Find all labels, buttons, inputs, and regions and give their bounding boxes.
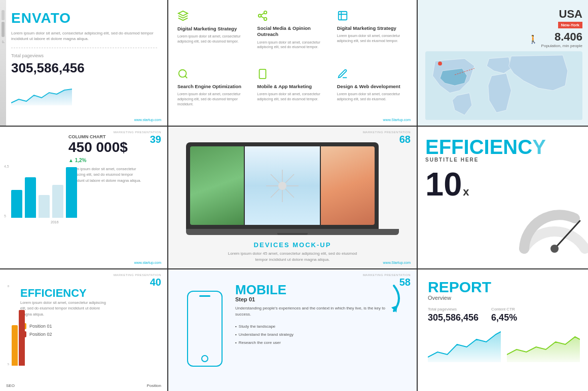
svg-line-17	[271, 174, 279, 183]
vertical-bars-left: 8 5	[0, 285, 27, 366]
svg-point-10	[438, 62, 442, 66]
svg-point-22	[550, 245, 559, 253]
legend-label-2: Position 02	[29, 332, 52, 337]
divider-line	[11, 48, 157, 48]
svg-line-18	[285, 189, 294, 198]
report-title: REPORT	[428, 280, 580, 295]
phone-container	[174, 283, 235, 374]
envato-logo: ENVATO	[11, 10, 157, 26]
efficiency-bars-title: EFFICIENCY	[20, 287, 161, 300]
map-container	[425, 50, 582, 121]
axis-val-bottom: 5	[4, 214, 9, 218]
efficiency-bars-desc: Lorem ipsum dolor sit amet, consectetur …	[20, 300, 112, 317]
efficiency-content: EFFICIENCY Lorem ipsum dolor sit amet, c…	[20, 287, 161, 337]
website-url-2-1: www.startup.com	[134, 261, 161, 264]
mobile-layout: MOBILE Step 01 Understanding people's ex…	[174, 283, 411, 374]
legend-position-1: Position 01	[20, 323, 161, 329]
devices-description: Lorem ipsum dolor 45 amet, consectetur a…	[222, 251, 363, 263]
service-icon-4	[177, 68, 248, 82]
svg-line-6	[185, 76, 187, 78]
bar-2	[25, 177, 36, 218]
bullet-2: •Understand the brand strategy	[235, 331, 387, 339]
svg-line-4	[261, 13, 264, 15]
cell-efficiency: EFFICIENCY SUBTITLE HERE 10 x	[418, 127, 588, 268]
legend-label-1: Position 01	[29, 324, 52, 329]
marketing-num-2-2: 68	[399, 134, 411, 145]
service-text-5: Lorem ipsum dolor sit amet, consectetur …	[257, 92, 327, 102]
legend-position-2: Position 02	[20, 331, 161, 337]
service-title-6: Design & Web development	[337, 84, 408, 90]
gauge-container	[514, 193, 588, 261]
screen-img-blue	[245, 146, 320, 225]
efficiency-superscript: x	[463, 185, 469, 199]
ctr-metric-label: Content CTR	[491, 307, 517, 311]
metric-pageviews: Total pageviews 305,586,456	[428, 307, 479, 323]
service-text-1: Lorem ipsum dolor sit amet, consectetur …	[177, 34, 248, 44]
service-mobile: Mobile & App Marketing Lorem ipsum dolor…	[254, 64, 330, 120]
mobile-bullets: •Study the landscape •Understand the bra…	[235, 323, 387, 347]
world-map-svg	[425, 50, 582, 121]
envato-description: Lorem ipsum dolor sit amet, consectetur …	[11, 30, 157, 42]
bar-pos1	[12, 325, 18, 366]
website-url-1: www.startup.com	[134, 118, 161, 122]
service-title-2: Social Media & Opinion Outreach	[257, 25, 327, 38]
axis-val-top: 4,5	[4, 165, 9, 168]
service-design: Design & Web development Lorem ipsum dol…	[334, 64, 411, 120]
bar-pos2	[19, 310, 25, 366]
phone-outline	[187, 291, 223, 367]
pageviews-metric-value: 305,586,456	[428, 312, 479, 323]
screen-img-green	[190, 146, 244, 225]
report-chart-svg-blue	[428, 329, 501, 362]
bullet-3: •Research the core user	[235, 339, 387, 347]
cell-marketing-services: Digital Marketing Strategy Lorem ipsum d…	[168, 0, 417, 126]
svg-point-5	[179, 70, 187, 77]
svg-line-3	[261, 16, 264, 18]
service-text-6: Lorem ipsum dolor sit amet, consectetur …	[337, 92, 408, 102]
new-york-badge: New-York	[558, 22, 582, 28]
website-url-2-2: www.Startup.com	[383, 261, 411, 264]
report-chart-svg-green	[507, 329, 580, 362]
bullet-1: •Study the landscape	[235, 323, 387, 331]
bar-5	[66, 167, 77, 218]
service-text-3: Lorem ipsum dolor sit amet, consectetur …	[337, 33, 408, 44]
service-title-4: Search Engine Optimization	[177, 84, 248, 90]
marketing-num-2-1: 39	[150, 134, 161, 145]
seo-label: SEO	[6, 383, 15, 388]
svg-point-2	[264, 18, 267, 20]
bar-4	[52, 185, 63, 218]
phone-home-button	[201, 355, 208, 362]
year-label: 2016	[51, 220, 59, 224]
marketing-label-3-2: MARKETING PRESENTATION 58	[363, 273, 411, 288]
cell-usa-map: USA New-York 🚶 8.406 Population, min peo…	[418, 0, 588, 126]
bar-1	[11, 190, 22, 218]
cell-devices: MARKETING PRESENTATION 68	[168, 127, 417, 268]
svg-line-20	[271, 189, 279, 198]
service-title-1: Digital Marketing Strategy	[177, 26, 248, 32]
population-label: Population, min people	[541, 44, 582, 48]
website-url-2: www.Startup.com	[383, 118, 411, 122]
left-indicator: P	[0, 0, 6, 126]
pageviews-number: 305,586,456	[11, 60, 157, 76]
marketing-label-2-1: MARKETING PRESENTATION 39	[114, 131, 161, 145]
ctr-metric-value: 6,45%	[491, 312, 517, 323]
service-icon-3	[337, 10, 408, 23]
cell-report: REPORT Overview Total pageviews 305,586,…	[418, 269, 588, 391]
service-icon-6	[337, 68, 408, 82]
main-grid: P ENVATO Lorem ipsum dolor sit amet, con…	[0, 0, 588, 391]
report-chart-green	[507, 329, 580, 362]
pageviews-label: Total pageviews	[11, 53, 157, 58]
efficiency-number: 10	[425, 168, 462, 201]
position-label: Position	[147, 383, 161, 388]
gauge-svg	[514, 193, 588, 259]
efficiency-title: EFFICIENCY	[425, 137, 582, 157]
service-title-3: Digital Marketing Strategy	[337, 25, 408, 31]
bar-dot-2	[2, 22, 5, 37]
metric-ctr: Content CTR 6,45%	[491, 307, 517, 323]
laptop-screen	[190, 146, 375, 225]
marketing-num-3-1: 40	[150, 277, 161, 288]
svg-rect-7	[260, 69, 266, 79]
report-subtitle: Overview	[428, 295, 580, 301]
service-icon-1	[177, 10, 248, 24]
laptop-base	[186, 229, 399, 235]
service-icon-5	[257, 68, 327, 82]
